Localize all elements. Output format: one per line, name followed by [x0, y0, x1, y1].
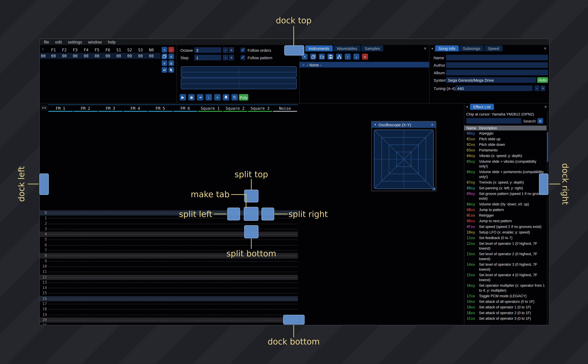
- effect-row[interactable]: 19xxSet attack of all operators (0 to 1F…: [464, 299, 547, 304]
- order-edit-mode-button cursor-icon[interactable]: [168, 67, 174, 73]
- octave-increase-button[interactable]: +: [229, 47, 234, 53]
- order-cell[interactable]: 00: [70, 54, 81, 58]
- channel-header-square-2[interactable]: Square 2: [223, 105, 248, 112]
- oscilloscope-xy-titlebar[interactable]: Oscilloscope (X-Y): [372, 122, 436, 128]
- channel-header-fm-3[interactable]: FM 3: [98, 105, 123, 112]
- make-tab-target[interactable]: [244, 207, 258, 221]
- channel-header-noise[interactable]: Noise: [273, 105, 297, 112]
- effect-row[interactable]: 11xxSet feedback (0 to 7): [464, 235, 547, 240]
- pattern-row[interactable]: 6: [40, 242, 298, 248]
- octave-input[interactable]: 3: [194, 47, 221, 53]
- effect-row[interactable]: 03xxPortamento: [464, 147, 547, 153]
- pattern-row[interactable]: 5: [40, 237, 298, 242]
- orders-channel-s2[interactable]: S2: [124, 48, 135, 52]
- channel-header-fm-4[interactable]: FM 4: [123, 105, 148, 112]
- dock-target-bottom[interactable]: [283, 315, 305, 325]
- effect-row[interactable]: 0FxxSet speed (speed 2 if no grooves exi…: [464, 224, 547, 229]
- order-cell[interactable]: 00: [102, 54, 113, 58]
- effect-row[interactable]: 01xxPitch slide up: [464, 136, 547, 142]
- edit-record-toggle record-icon[interactable]: ●: [214, 94, 221, 100]
- follow-orders-checkbox[interactable]: ✓: [240, 48, 245, 52]
- order-cell[interactable]: 00: [113, 54, 124, 58]
- channel-header-fm-1[interactable]: FM 1: [48, 105, 73, 112]
- pattern-row[interactable]: 18: [40, 307, 298, 312]
- oscilloscope-xy-collapse-icon[interactable]: ▼: [374, 123, 377, 126]
- effect-row[interactable]: 0CxxRetrigger: [464, 213, 547, 218]
- tuning-decrease-button[interactable]: -: [535, 85, 539, 91]
- orders-channel-f2[interactable]: F2: [59, 48, 70, 52]
- orders-channel-s3[interactable]: S3: [135, 48, 146, 52]
- name-input[interactable]: [446, 55, 548, 60]
- step-row-button step-icon[interactable]: ↓: [205, 94, 212, 100]
- move-order-up-button chevron-up-icon[interactable]: ∧: [168, 54, 174, 59]
- orders-channel-f3[interactable]: F3: [70, 48, 81, 52]
- effect-row[interactable]: 16xySet operator multiplier (x: operator…: [464, 283, 547, 293]
- effect-row[interactable]: 09xySet groove pattern (speed 1 if no gr…: [464, 191, 547, 201]
- channel-header-fm-6[interactable]: FM 6: [173, 105, 198, 112]
- pattern-row[interactable]: 17: [40, 301, 298, 307]
- tab-instruments[interactable]: Instruments: [305, 45, 333, 51]
- dock-target-left[interactable]: [40, 174, 49, 195]
- pattern-row[interactable]: 11: [40, 269, 298, 274]
- song-info-close-icon[interactable]: ×: [544, 46, 547, 51]
- instruments-close-icon[interactable]: ×: [424, 46, 426, 51]
- tab-song-info[interactable]: Song Info: [435, 45, 459, 51]
- order-cell[interactable]: 00: [59, 54, 70, 58]
- pattern-row[interactable]: 10: [40, 264, 298, 269]
- effect-list-scrollbar[interactable]: [547, 111, 549, 325]
- split-target-left[interactable]: [227, 208, 240, 221]
- effect-row[interactable]: 04xyVibrato (x: speed; y: depth): [464, 153, 547, 158]
- effect-row[interactable]: 07xyTremolo (x: speed; y: depth): [464, 180, 547, 185]
- pattern-row[interactable]: 13: [40, 280, 298, 285]
- order-index[interactable]: 00: [41, 54, 46, 58]
- pattern-row[interactable]: 4: [40, 232, 298, 237]
- effect-list-close-icon[interactable]: ×: [544, 104, 547, 109]
- follow-pattern-checkbox[interactable]: ✓: [240, 55, 245, 60]
- tab-effect-list[interactable]: Effect List: [470, 104, 494, 110]
- order-cell[interactable]: 00: [124, 54, 135, 58]
- pattern-row[interactable]: 9: [40, 259, 298, 264]
- order-cell[interactable]: 00: [48, 54, 59, 58]
- orders-channel-f6[interactable]: F6: [102, 48, 113, 52]
- tuning-input[interactable]: 440: [455, 85, 533, 91]
- move-instrument-down-button down-icon[interactable]: ↓: [353, 54, 359, 60]
- metronome-button bell-icon[interactable]: [223, 94, 229, 100]
- orders-channel-f1[interactable]: F1: [48, 48, 59, 52]
- effect-row[interactable]: 0DxxJump to next pattern: [464, 218, 547, 224]
- effect-search-input[interactable]: [466, 118, 522, 124]
- effect-row[interactable]: 17xxToggle PCM mode (LEGACY): [464, 293, 547, 299]
- tuning-increase-button[interactable]: +: [541, 85, 545, 91]
- effect-row[interactable]: 08xySet panning (x: left; y: right): [464, 185, 547, 191]
- remove-order-button remove-icon[interactable]: −: [168, 47, 174, 52]
- menu-item-settings[interactable]: settings: [65, 39, 85, 45]
- effect-row[interactable]: 15xxSet level of operator 4 (0 highest, …: [464, 272, 547, 283]
- instrument-list-item[interactable]: ○- None -: [299, 62, 429, 67]
- pattern-row[interactable]: 15: [40, 291, 298, 296]
- author-input[interactable]: [446, 62, 548, 68]
- system-auto-button[interactable]: Auto: [537, 77, 548, 83]
- octave-decrease-button[interactable]: -: [223, 47, 228, 53]
- order-change-mode-button exchange-icon[interactable]: ⇄: [162, 67, 167, 73]
- scrollbar-thumb[interactable]: [547, 132, 548, 162]
- move-order-down-button chevron-down-icon[interactable]: ∨: [162, 60, 167, 66]
- channel-header-fm-2[interactable]: FM 2: [73, 105, 98, 112]
- menu-item-window[interactable]: window: [85, 39, 105, 45]
- effect-row[interactable]: 1CxxSet attack of operator 3 (0 to 1F): [464, 316, 547, 321]
- step-decrease-button[interactable]: -: [223, 55, 228, 60]
- pattern-row[interactable]: 3: [40, 226, 298, 232]
- effect-row[interactable]: 06xyVolume slide + portamento (compatibi…: [464, 169, 547, 180]
- pattern-row[interactable]: 20: [40, 318, 298, 323]
- effect-row[interactable]: 0AxyVolume slide (0y: down; x0: up): [464, 201, 547, 207]
- instrument-folders-button sitemap-icon[interactable]: [336, 54, 342, 60]
- split-target-bottom[interactable]: [244, 225, 258, 238]
- orders-collapse-icon[interactable]: ▼: [42, 48, 44, 51]
- order-cell[interactable]: 00: [135, 54, 146, 58]
- effect-row[interactable]: 1BxxSet attack of operator 2 (0 to 1F): [464, 310, 547, 316]
- play-pattern-button play-pattern-icon[interactable]: ◉: [188, 94, 195, 100]
- channel-header-square-3[interactable]: Square 3: [248, 105, 272, 112]
- step-increase-button[interactable]: +: [229, 55, 234, 60]
- effect-row[interactable]: 14xxSet level of operator 3 (0 highest, …: [464, 261, 547, 272]
- menu-item-file[interactable]: file: [41, 39, 52, 45]
- play-once-button play-once-icon[interactable]: ⇥: [197, 94, 203, 100]
- tab-speed[interactable]: Speed: [485, 45, 503, 51]
